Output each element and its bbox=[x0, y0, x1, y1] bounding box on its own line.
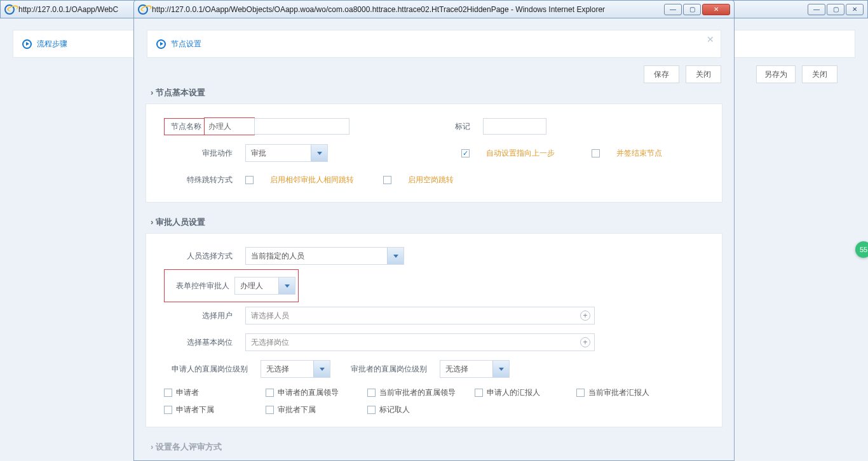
select-mode-value: 当前指定的人员 bbox=[251, 251, 304, 262]
chevron-down-icon bbox=[492, 361, 509, 377]
form-ctrl-select[interactable]: 办理人 bbox=[234, 277, 295, 295]
plus-icon[interactable]: + bbox=[580, 337, 590, 347]
fg-min-button[interactable]: — bbox=[664, 4, 682, 15]
chk-applicant-sub-label: 申请者下属 bbox=[176, 404, 214, 415]
jump-label: 特殊跳转方式 bbox=[164, 175, 233, 185]
bg-page-title: 流程步骤 bbox=[22, 39, 67, 50]
chk-mark-taker[interactable] bbox=[367, 406, 376, 414]
chk-applicant-reporter[interactable] bbox=[475, 389, 483, 397]
jump-empty-checkbox[interactable] bbox=[383, 176, 391, 184]
node-name-highlight: 节点名称 bbox=[164, 118, 205, 135]
form-ctrl-label: 表单控件审批人 bbox=[168, 281, 229, 291]
approve-action-label: 审批动作 bbox=[164, 148, 233, 159]
bg-saveas-button[interactable]: 另存为 bbox=[756, 65, 796, 83]
chk-cur-approver-leader[interactable] bbox=[367, 389, 376, 397]
fg-max-button[interactable]: ▢ bbox=[683, 4, 701, 15]
chevron-down-icon bbox=[278, 277, 295, 294]
chk-applicant-leader[interactable] bbox=[266, 389, 274, 397]
bg-close-page-button[interactable]: 关闭 bbox=[802, 65, 837, 83]
applicant-post-level-select[interactable]: 无选择 bbox=[261, 360, 330, 378]
node-name-label: 节点名称 bbox=[168, 121, 201, 132]
bg-close-button[interactable]: ✕ bbox=[846, 4, 864, 15]
section-mark-title: › 设置各人评审方式 bbox=[151, 441, 722, 453]
node-name-rest-input[interactable] bbox=[254, 118, 349, 135]
jump-empty-label: 启用空岗跳转 bbox=[408, 175, 454, 185]
mark-label: 标记 bbox=[451, 121, 470, 132]
bg-title-text: 流程步骤 bbox=[37, 39, 67, 50]
fg-close-button[interactable]: ✕ bbox=[702, 4, 730, 15]
arrow-circle-icon bbox=[22, 39, 32, 49]
section-approver-box: 人员选择方式 当前指定的人员 表单控件审批人 办理人 选择用户 bbox=[146, 233, 722, 427]
approver-checkbox-grid: 申请者 申请者的直属领导 当前审批者的直属领导 申请人的汇报人 当前审批者汇报人… bbox=[164, 382, 704, 418]
chevron-down-icon bbox=[313, 361, 330, 377]
fg-page-title: 节点设置 bbox=[156, 39, 201, 50]
plus-icon[interactable]: + bbox=[580, 311, 590, 321]
approver-post-level-label: 审批者的直属岗位级别 bbox=[343, 364, 427, 375]
auto-prev-checkbox[interactable] bbox=[461, 149, 470, 157]
fg-header-card: 节点设置 ✕ bbox=[147, 30, 721, 58]
approve-action-select[interactable]: 审批 bbox=[245, 144, 328, 162]
jump-same-label: 启用相邻审批人相同跳转 bbox=[270, 175, 354, 185]
mark-input[interactable] bbox=[483, 118, 546, 135]
post-picker[interactable]: 无选择岗位 + bbox=[245, 333, 595, 351]
chk-mark-taker-label: 标记取人 bbox=[379, 404, 410, 415]
parallel-end-checkbox[interactable] bbox=[592, 149, 600, 157]
user-picker[interactable]: 请选择人员 + bbox=[245, 307, 595, 324]
approver-post-level-select[interactable]: 无选择 bbox=[440, 360, 510, 378]
fg-page: 节点设置 ✕ 保存 关闭 › 节点基本设置 节点名称 标记 审批动作 bbox=[133, 18, 735, 461]
chk-applicant-sub[interactable] bbox=[164, 406, 172, 414]
chk-applicant-label: 申请者 bbox=[176, 387, 199, 398]
ie-icon bbox=[4, 4, 15, 15]
chk-cur-approver-reporter-label: 当前审批者汇报人 bbox=[588, 387, 649, 398]
jump-same-checkbox[interactable] bbox=[245, 176, 254, 184]
content-scroll[interactable]: › 节点基本设置 节点名称 标记 审批动作 审批 bbox=[146, 73, 726, 455]
chevron-down-icon bbox=[311, 145, 327, 161]
user-placeholder: 请选择人员 bbox=[251, 311, 289, 321]
auto-prev-label: 自动设置指向上一步 bbox=[486, 148, 555, 159]
card-close-icon[interactable]: ✕ bbox=[707, 34, 714, 44]
bg-min-button[interactable]: — bbox=[808, 4, 825, 15]
form-ctrl-highlight: 表单控件审批人 办理人 bbox=[164, 269, 299, 302]
fg-url: http://127.0.0.1/OAapp/WebObjects/OAapp.… bbox=[152, 5, 605, 14]
select-mode-select[interactable]: 当前指定的人员 bbox=[245, 247, 404, 265]
node-name-value-highlight bbox=[204, 117, 255, 135]
chevron-down-icon bbox=[387, 248, 403, 264]
fg-title-text: 节点设置 bbox=[171, 39, 201, 50]
user-label: 选择用户 bbox=[164, 311, 233, 321]
post-label: 选择基本岗位 bbox=[164, 337, 233, 348]
arrow-circle-icon bbox=[156, 39, 166, 49]
bg-max-button[interactable]: ▢ bbox=[827, 4, 844, 15]
section-basic-title: › 节点基本设置 bbox=[151, 87, 722, 98]
chk-approver-sub[interactable] bbox=[266, 406, 274, 414]
section-approver-title: › 审批人员设置 bbox=[151, 217, 722, 228]
chk-cur-approver-leader-label: 当前审批者的直属领导 bbox=[379, 387, 456, 398]
chk-applicant-reporter-label: 申请人的汇报人 bbox=[487, 387, 540, 398]
approve-action-value: 审批 bbox=[251, 148, 266, 159]
applicant-post-level-value: 无选择 bbox=[266, 364, 289, 375]
chk-approver-sub-label: 审批者下属 bbox=[278, 404, 316, 415]
ie-icon bbox=[138, 4, 148, 15]
chk-cur-approver-reporter[interactable] bbox=[576, 389, 585, 397]
chk-applicant[interactable] bbox=[164, 389, 172, 397]
floating-badge[interactable]: 55 bbox=[855, 241, 868, 258]
applicant-post-level-label: 申请人的直属岗位级别 bbox=[164, 364, 248, 375]
post-placeholder: 无选择岗位 bbox=[251, 337, 289, 348]
bg-url: http://127.0.0.1/OAapp/WebC bbox=[18, 5, 118, 14]
node-name-input[interactable] bbox=[205, 118, 254, 135]
section-basic-box: 节点名称 标记 审批动作 审批 自动设置指向上一步 bbox=[146, 104, 722, 203]
chk-applicant-leader-label: 申请者的直属领导 bbox=[278, 387, 339, 398]
fg-titlebar: http://127.0.0.1/OAapp/WebObjects/OAapp.… bbox=[133, 0, 735, 18]
select-mode-label: 人员选择方式 bbox=[164, 251, 233, 262]
form-ctrl-value: 办理人 bbox=[240, 281, 263, 291]
approver-post-level-value: 无选择 bbox=[445, 364, 468, 375]
parallel-end-label: 并签结束节点 bbox=[616, 148, 662, 159]
